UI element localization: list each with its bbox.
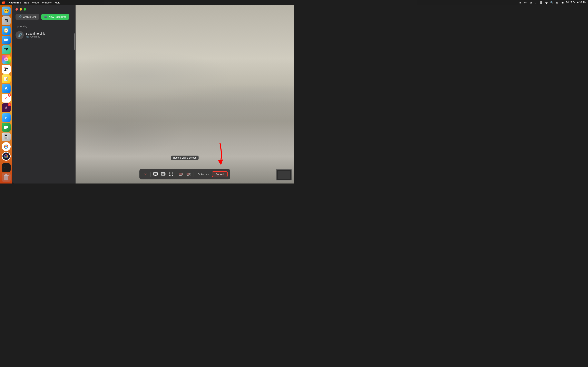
sidebar-actions: 🔗 Create Link 📹 New FaceTime	[12, 12, 76, 23]
svg-rect-25	[162, 173, 164, 175]
new-facetime-label: New FaceTime	[49, 15, 66, 18]
facetime-link-icon: 🔗	[16, 31, 24, 39]
camera-btn[interactable]	[177, 170, 185, 178]
menubar: 🍎 FaceTime Edit Video Window Help G W 🖥 …	[0, 0, 294, 5]
svg-point-4	[6, 137, 7, 138]
menubar-help[interactable]: Help	[53, 1, 62, 4]
link-icon: 🔗	[18, 15, 22, 18]
facetime-link-subtitle: 📹 FaceTime	[26, 35, 45, 38]
camera-selection-btn[interactable]	[185, 170, 192, 178]
toolbar-sep-1	[150, 172, 151, 176]
dock-safari[interactable]: 🧭	[2, 26, 11, 35]
facetime-link-info: FaceTime Link 📹 FaceTime	[26, 32, 45, 38]
apple-menu[interactable]: 🍎	[2, 1, 6, 4]
toolbar-options[interactable]: Options ∨	[195, 171, 212, 177]
dock-ipod[interactable]	[2, 133, 11, 142]
svg-rect-22	[155, 175, 156, 176]
maximize-button[interactable]	[24, 8, 26, 11]
svg-rect-27	[187, 173, 189, 175]
menubar-window[interactable]: Window	[40, 1, 53, 4]
upcoming-section-label: Upcoming	[12, 23, 76, 29]
dock-chrome[interactable]	[2, 142, 11, 151]
menubar-app-name[interactable]: FaceTime	[7, 1, 23, 4]
record-window-btn[interactable]	[160, 170, 167, 178]
dock-chrome-dev[interactable]	[2, 152, 11, 161]
close-button[interactable]	[16, 8, 18, 11]
create-link-button[interactable]: 🔗 Create Link	[16, 14, 39, 20]
create-link-label: Create Link	[23, 15, 36, 18]
svg-rect-0	[4, 126, 7, 129]
dock-notes[interactable]: 📝	[2, 75, 11, 83]
window-controls	[12, 5, 76, 12]
svg-text:>_: >_	[4, 167, 6, 169]
video-icon: 📹	[44, 15, 47, 18]
svg-rect-26	[179, 173, 182, 175]
facetime-subtitle-video-icon: 📹	[26, 36, 29, 38]
options-chevron-icon: ∨	[208, 173, 209, 175]
dock: 😊 ⊞ 🧭 ✉️ 🗺 🌸 OCT 27 📝 A ✓ 2 # ! F	[0, 5, 12, 184]
dock-slack[interactable]: # !	[2, 103, 11, 112]
dock-finder2[interactable]: F	[2, 113, 11, 122]
sidebar-scrollbar[interactable]	[74, 33, 75, 179]
dock-facetime[interactable]	[2, 123, 11, 132]
dock-trash[interactable]	[2, 173, 11, 182]
record-tooltip: Record Entire Screen	[171, 156, 199, 160]
svg-rect-29	[278, 171, 290, 179]
dock-appstore[interactable]: A	[2, 84, 11, 93]
dock-launchpad[interactable]: ⊞	[2, 16, 11, 25]
main-content: Record Entire Screen ✕	[76, 5, 294, 184]
dock-maps[interactable]: 🗺	[2, 45, 11, 54]
svg-rect-17	[5, 174, 7, 175]
record-screen-btn[interactable]	[152, 170, 159, 178]
dock-photos[interactable]: 🌸	[2, 55, 11, 64]
svg-rect-21	[154, 173, 158, 175]
toolbar-sep-3	[194, 172, 194, 176]
recording-toolbar: ✕	[139, 169, 230, 179]
facetime-window: 🔗 Create Link 📹 New FaceTime Upcoming 🔗 …	[12, 5, 294, 184]
dock-calendar[interactable]: OCT 27	[2, 65, 11, 74]
menubar-edit[interactable]: Edit	[23, 1, 30, 4]
red-arrow	[211, 143, 225, 166]
scrollbar-thumb	[74, 33, 75, 50]
toolbar-sep-2	[176, 172, 176, 176]
new-facetime-button[interactable]: 📹 New FaceTime	[41, 14, 69, 20]
svg-point-12	[5, 155, 7, 157]
svg-point-8	[5, 146, 7, 147]
facetime-link-title: FaceTime Link	[26, 32, 45, 35]
facetime-sidebar: 🔗 Create Link 📹 New FaceTime Upcoming 🔗 …	[12, 5, 76, 184]
facetime-link-item[interactable]: 🔗 FaceTime Link 📹 FaceTime	[12, 29, 76, 41]
record-button[interactable]: Record	[212, 171, 228, 177]
main-layout: 😊 ⊞ 🧭 ✉️ 🗺 🌸 OCT 27 📝 A ✓ 2 # ! F	[0, 5, 294, 184]
dock-terminal[interactable]: >_	[2, 163, 11, 172]
dock-mail[interactable]: ✉️	[2, 36, 11, 45]
minimize-button[interactable]	[20, 8, 22, 11]
dock-reminders[interactable]: ✓ 2	[2, 94, 11, 103]
dock-finder[interactable]: 😊	[2, 7, 11, 16]
background-image: Record Entire Screen ✕	[76, 5, 294, 184]
options-label: Options	[198, 173, 207, 176]
svg-rect-2	[5, 134, 7, 136]
record-selection-btn[interactable]	[167, 170, 175, 178]
thumbnail-preview	[276, 169, 292, 180]
menubar-video[interactable]: Video	[30, 1, 40, 4]
svg-rect-23	[154, 176, 157, 176]
toolbar-close-btn[interactable]: ✕	[142, 170, 149, 178]
